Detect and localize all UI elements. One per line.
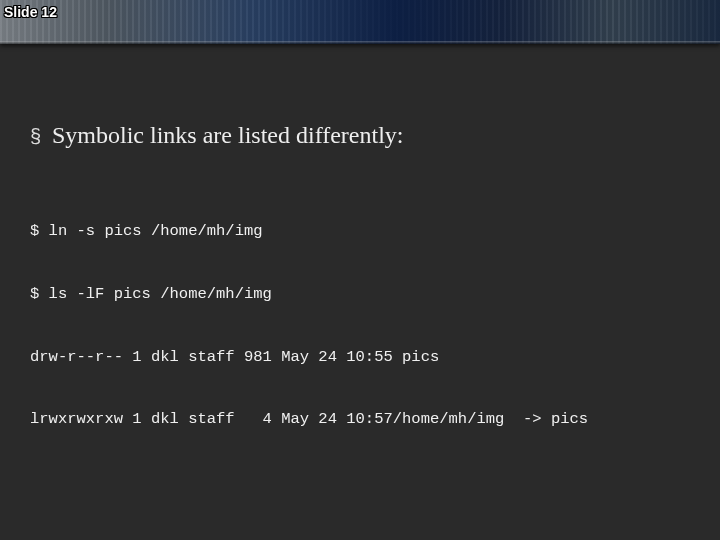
terminal-line: $ ls -lF pics /home/mh/img	[30, 284, 700, 305]
slide-number: Slide 12	[4, 4, 57, 20]
bullet-text: Symbolic links are listed differently:	[52, 120, 404, 151]
header-strip	[0, 0, 720, 44]
slide: Slide 12 § Symbolic links are listed dif…	[0, 0, 720, 540]
bullet-marker-icon: §	[30, 126, 44, 146]
terminal-line: $ ln -s pics /home/mh/img	[30, 221, 700, 242]
bullet-row: § Symbolic links are listed differently:	[30, 120, 700, 151]
terminal-block: $ ln -s pics /home/mh/img $ ls -lF pics …	[30, 179, 700, 472]
slide-body: § Symbolic links are listed differently:…	[30, 120, 700, 472]
terminal-line: lrwxrwxrxw 1 dkl staff 4 May 24 10:57/ho…	[30, 409, 700, 430]
terminal-line: drw-r--r-- 1 dkl staff 981 May 24 10:55 …	[30, 347, 700, 368]
